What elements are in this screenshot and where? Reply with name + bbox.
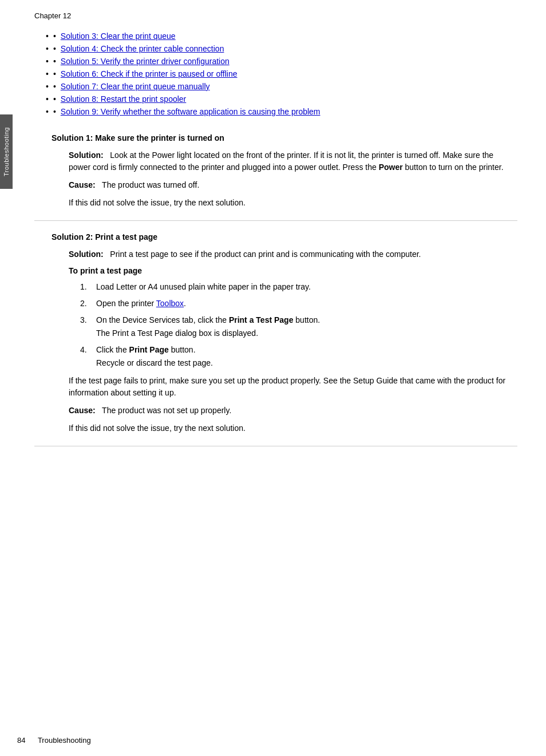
solution-2-section: Solution 2: Print a test page Solution: … bbox=[34, 232, 517, 434]
list-item: • Solution 9: Verify whether the softwar… bbox=[46, 107, 517, 116]
cause-1-label: Cause: bbox=[69, 180, 96, 189]
solution-1-label: Solution: bbox=[69, 151, 104, 160]
list-item: • Solution 8: Restart the print spooler bbox=[46, 94, 517, 104]
toc-link-8[interactable]: Solution 8: Restart the print spooler bbox=[61, 94, 186, 104]
toc-link-9[interactable]: Solution 9: Verify whether the software … bbox=[61, 107, 321, 116]
solution-2-after-steps: If the test page fails to print, make su… bbox=[69, 375, 517, 434]
step-4: 4. Click the Print Page button. Recycle … bbox=[80, 344, 517, 369]
sub-section-title: To print a test page bbox=[69, 266, 517, 275]
solution-1-section: Solution 1: Make sure the printer is tur… bbox=[34, 133, 517, 209]
bullet: • bbox=[53, 57, 56, 66]
after-steps-text: If the test page fails to print, make su… bbox=[69, 375, 517, 399]
cause-2-label: Cause: bbox=[69, 406, 96, 415]
step-4-text: Click the Print Page button. Recycle or … bbox=[96, 344, 213, 369]
solution-1-cause: Cause: The product was turned off. bbox=[69, 179, 517, 191]
chapter-label: Chapter 12 bbox=[34, 11, 71, 20]
solution-2-content: Solution: Print a test page to see if th… bbox=[69, 248, 517, 260]
step-2-text: Open the printer Toolbox. bbox=[96, 298, 186, 310]
solution-2-cause: Cause: The product was not set up proper… bbox=[69, 405, 517, 417]
page-number: 84 bbox=[17, 736, 25, 745]
footer: 84 Troubleshooting bbox=[17, 736, 91, 745]
step-number: 3. bbox=[80, 314, 92, 339]
toolbox-link[interactable]: Toolbox bbox=[156, 299, 184, 308]
step-number: 2. bbox=[80, 298, 92, 310]
toc-link-7[interactable]: Solution 7: Clear the print queue manual… bbox=[61, 82, 210, 91]
list-item: • Solution 6: Check if the printer is pa… bbox=[46, 69, 517, 78]
divider-2 bbox=[34, 446, 517, 446]
step-4-sub: Recycle or discard the test page. bbox=[96, 357, 213, 369]
steps-list: 1. Load Letter or A4 unused plain white … bbox=[80, 281, 517, 369]
side-tab: Troubleshooting bbox=[0, 114, 13, 189]
side-tab-label: Troubleshooting bbox=[3, 127, 10, 176]
bullet: • bbox=[53, 107, 56, 116]
divider-1 bbox=[34, 220, 517, 221]
solution-1-text2: button to turn on the printer. bbox=[403, 163, 504, 172]
step-1: 1. Load Letter or A4 unused plain white … bbox=[80, 281, 517, 293]
footer-section: Troubleshooting bbox=[38, 736, 91, 745]
step-3-bold: Print a Test Page bbox=[229, 315, 294, 324]
step-3-text: On the Device Services tab, click the Pr… bbox=[96, 314, 320, 339]
list-item: • Solution 7: Clear the print queue manu… bbox=[46, 82, 517, 91]
toc-link-5[interactable]: Solution 5: Verify the printer driver co… bbox=[61, 57, 230, 66]
list-item: • Solution 5: Verify the printer driver … bbox=[46, 57, 517, 66]
toc-link-3[interactable]: Solution 3: Clear the print queue bbox=[61, 31, 176, 41]
bullet: • bbox=[53, 94, 56, 104]
step-3: 3. On the Device Services tab, click the… bbox=[80, 314, 517, 339]
bullet: • bbox=[53, 31, 56, 41]
step-number: 1. bbox=[80, 281, 92, 293]
solution-2-title: Solution 2: Print a test page bbox=[52, 232, 517, 242]
cause-1-text: The product was turned off. bbox=[102, 180, 199, 189]
list-item: • Solution 3: Clear the print queue bbox=[46, 31, 517, 41]
solution-2-text: Print a test page to see if the product … bbox=[110, 250, 421, 259]
step-4-bold: Print Page bbox=[129, 345, 169, 354]
solution-1-next: If this did not solve the issue, try the… bbox=[69, 197, 517, 209]
solution-2-next: If this did not solve the issue, try the… bbox=[69, 422, 517, 434]
step-3-sub: The Print a Test Page dialog box is disp… bbox=[96, 327, 320, 339]
solution-2-body: Solution: Print a test page to see if th… bbox=[69, 248, 517, 260]
toc-link-6[interactable]: Solution 6: Check if the printer is paus… bbox=[61, 69, 238, 78]
step-number: 4. bbox=[80, 344, 92, 369]
list-item: • Solution 4: Check the printer cable co… bbox=[46, 44, 517, 53]
solution-1-content: Solution: Look at the Power light locate… bbox=[69, 149, 517, 209]
toc-link-4[interactable]: Solution 4: Check the printer cable conn… bbox=[61, 44, 224, 53]
step-2: 2. Open the printer Toolbox. bbox=[80, 298, 517, 310]
cause-2-text: The product was not set up properly. bbox=[102, 406, 231, 415]
bullet: • bbox=[53, 69, 56, 78]
bullet: • bbox=[53, 44, 56, 53]
solution-1-body: Solution: Look at the Power light locate… bbox=[69, 149, 517, 173]
solution-2-label: Solution: bbox=[69, 250, 104, 259]
chapter-header: Chapter 12 bbox=[34, 11, 517, 20]
toc-list: • Solution 3: Clear the print queue • So… bbox=[46, 31, 517, 116]
step-1-text: Load Letter or A4 unused plain white pap… bbox=[96, 281, 311, 293]
solution-1-bold: Power bbox=[379, 163, 403, 172]
solution-1-title: Solution 1: Make sure the printer is tur… bbox=[52, 133, 517, 143]
bullet: • bbox=[53, 82, 56, 91]
